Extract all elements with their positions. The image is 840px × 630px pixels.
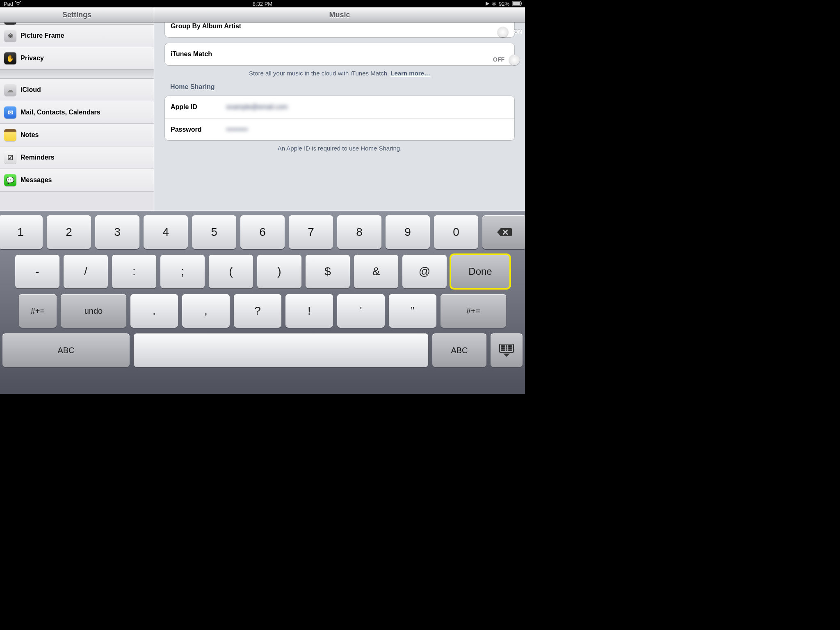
- key-backspace[interactable]: [482, 215, 525, 249]
- password-row[interactable]: Password ••••••••: [165, 118, 514, 140]
- key-symbols-left[interactable]: #+=: [19, 294, 57, 328]
- privacy-icon: ✋: [4, 52, 16, 64]
- apple-id-field[interactable]: example@email.com: [226, 103, 288, 111]
- key-hyphen[interactable]: -: [15, 255, 59, 288]
- key-period[interactable]: .: [130, 294, 178, 328]
- sidebar-item-label: Privacy: [21, 55, 44, 62]
- sidebar-item-picture-frame[interactable]: ❀ Picture Frame: [0, 25, 154, 47]
- sidebar-item-mail[interactable]: ✉ Mail, Contacts, Calendars: [0, 101, 154, 124]
- mail-icon: ✉: [4, 106, 16, 119]
- key-space[interactable]: [134, 333, 428, 367]
- sidebar-item-label: Notes: [21, 131, 39, 139]
- key-at[interactable]: @: [402, 255, 447, 288]
- sidebar-item-label: Mail, Contacts, Calendars: [21, 109, 100, 116]
- sidebar-item-label: Messages: [21, 176, 52, 184]
- brightness-icon: ☼: [4, 23, 16, 25]
- picture-frame-icon: ❀: [4, 30, 16, 42]
- svg-marker-0: [486, 2, 489, 6]
- key-9[interactable]: 9: [386, 215, 430, 249]
- key-2[interactable]: 2: [47, 215, 91, 249]
- key-colon[interactable]: :: [112, 255, 156, 288]
- hide-keyboard-icon: [499, 344, 514, 357]
- key-hide-keyboard[interactable]: [491, 333, 523, 367]
- key-slash[interactable]: /: [64, 255, 108, 288]
- status-bar: iPad 8:32 PM ✱ 92%: [0, 0, 525, 7]
- password-label: Password: [171, 126, 220, 133]
- key-close-paren[interactable]: ): [257, 255, 301, 288]
- sidebar-title: Settings: [0, 7, 154, 23]
- sidebar-item-messages[interactable]: 💬 Messages: [0, 169, 154, 192]
- cell-label: iTunes Match: [171, 50, 220, 58]
- key-7[interactable]: 7: [289, 215, 333, 249]
- messages-icon: 💬: [4, 174, 16, 186]
- key-4[interactable]: 4: [144, 215, 188, 249]
- settings-sidebar: Settings ☼ Brightness & Wallpaper ❀ Pict…: [0, 7, 154, 211]
- svg-rect-3: [521, 2, 522, 5]
- wifi-icon: [15, 1, 21, 7]
- key-3[interactable]: 3: [95, 215, 139, 249]
- apple-id-label: Apple ID: [171, 103, 220, 111]
- apple-id-row[interactable]: Apple ID example@email.com: [165, 96, 514, 118]
- key-6[interactable]: 6: [240, 215, 285, 249]
- battery-icon: [512, 1, 523, 6]
- reminders-icon: ☑: [4, 151, 16, 164]
- notes-icon: [4, 129, 16, 141]
- bluetooth-icon: ✱: [492, 1, 496, 7]
- sidebar-item-reminders[interactable]: ☑ Reminders: [0, 146, 154, 169]
- key-done[interactable]: Done: [451, 255, 510, 288]
- icloud-icon: ☁: [4, 84, 16, 96]
- key-dollar[interactable]: $: [306, 255, 350, 288]
- backspace-icon: [497, 227, 512, 237]
- key-5[interactable]: 5: [192, 215, 236, 249]
- key-comma[interactable]: ,: [182, 294, 230, 328]
- home-sharing-note: An Apple ID is required to use Home Shar…: [164, 145, 515, 152]
- device-label: iPad: [2, 1, 13, 7]
- key-quote[interactable]: ”: [389, 294, 436, 328]
- content-title: Music: [154, 7, 525, 23]
- itunes-match-row[interactable]: iTunes Match OFF: [165, 43, 514, 65]
- key-abc-right[interactable]: ABC: [432, 333, 486, 367]
- key-undo[interactable]: undo: [61, 294, 126, 328]
- settings-detail: Music Group By Album Artist ON iTunes Ma…: [154, 7, 525, 211]
- sidebar-item-label: iCloud: [21, 86, 41, 94]
- battery-percent: 92%: [499, 1, 509, 7]
- sidebar-item-label: Reminders: [21, 154, 55, 161]
- password-field[interactable]: ••••••••: [226, 126, 248, 133]
- key-1[interactable]: 1: [0, 215, 43, 249]
- key-abc-left[interactable]: ABC: [2, 333, 130, 367]
- play-icon: [486, 1, 489, 7]
- key-8[interactable]: 8: [337, 215, 381, 249]
- key-symbols-right[interactable]: #+=: [441, 294, 506, 328]
- on-screen-keyboard: 1 2 3 4 5 6 7 8 9 0 - / : ; ( ) $ & @ Do…: [0, 211, 525, 394]
- group-by-album-artist-row[interactable]: Group By Album Artist ON: [165, 23, 514, 37]
- key-0[interactable]: 0: [434, 215, 478, 249]
- key-exclaim[interactable]: !: [285, 294, 333, 328]
- learn-more-link[interactable]: Learn more…: [390, 70, 430, 77]
- key-ampersand[interactable]: &: [354, 255, 398, 288]
- key-question[interactable]: ?: [234, 294, 281, 328]
- sidebar-item-icloud[interactable]: ☁ iCloud: [0, 79, 154, 101]
- svg-rect-2: [513, 2, 520, 5]
- clock: 8:32 PM: [253, 1, 272, 7]
- key-semicolon[interactable]: ;: [160, 255, 205, 288]
- cell-label: Group By Album Artist: [171, 23, 241, 30]
- itunes-match-note: Store all your music in the cloud with i…: [164, 70, 515, 77]
- key-open-paren[interactable]: (: [209, 255, 253, 288]
- sidebar-item-privacy[interactable]: ✋ Privacy: [0, 47, 154, 70]
- key-apostrophe[interactable]: ': [337, 294, 385, 328]
- sidebar-item-notes[interactable]: Notes: [0, 124, 154, 146]
- home-sharing-header: Home Sharing: [170, 83, 515, 91]
- sidebar-item-label: Picture Frame: [21, 32, 64, 39]
